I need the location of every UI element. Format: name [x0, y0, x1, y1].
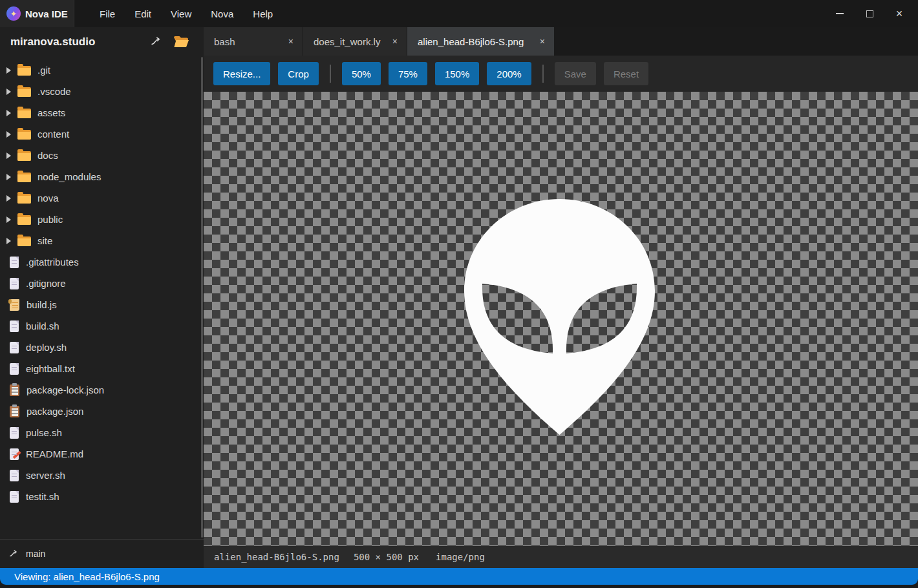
minimize-button[interactable]: [825, 0, 855, 27]
document-icon: [10, 257, 19, 268]
image-status-bar: alien_head-B6jlo6-S.png 500 × 500 px ima…: [204, 546, 918, 568]
zoom-75-button[interactable]: 75%: [389, 62, 427, 85]
tree-file-readme-md[interactable]: README.md: [0, 443, 204, 465]
folder-icon: [17, 66, 31, 76]
chevron-right-icon: [6, 195, 11, 202]
tab-bar: bash × does_it_work.ly × alien_head-B6jl…: [204, 27, 918, 56]
folder-icon: [17, 173, 31, 182]
tree-file-deploy-sh[interactable]: deploy.sh: [0, 337, 204, 358]
toolbar-separator: [542, 65, 544, 83]
chevron-right-icon: [6, 152, 11, 159]
tree-file-eightball-txt[interactable]: eightball.txt: [0, 358, 204, 379]
zoom-150-button[interactable]: 150%: [435, 62, 479, 85]
git-branch-icon: [9, 549, 19, 559]
tree-folder-nova[interactable]: nova: [0, 187, 204, 209]
menubar: File Edit View Nova Help: [90, 0, 283, 27]
resize-button[interactable]: Resize...: [213, 62, 270, 85]
file-tree: .git .vscode assets content docs node_mo…: [0, 57, 204, 539]
folder-icon: [17, 109, 31, 118]
document-icon: [10, 470, 19, 481]
alien-head-image: [464, 199, 655, 435]
document-icon: [10, 320, 19, 332]
clipboard-icon: [10, 406, 19, 417]
reset-button[interactable]: Reset: [604, 62, 648, 85]
zoom-50-button[interactable]: 50%: [342, 62, 381, 85]
tree-folder-vscode[interactable]: .vscode: [0, 81, 204, 102]
project-name: miranova.studio: [10, 36, 95, 48]
menu-nova[interactable]: Nova: [201, 0, 243, 27]
chevron-right-icon: [6, 174, 11, 180]
editor-area: bash × does_it_work.ly × alien_head-B6jl…: [204, 27, 918, 568]
maximize-button[interactable]: [855, 0, 884, 27]
maximize-icon: [866, 10, 873, 17]
tree-folder-public[interactable]: public: [0, 209, 204, 230]
toolbar-separator: [330, 65, 331, 83]
tree-file-build-js[interactable]: build.js: [0, 294, 204, 315]
menu-edit[interactable]: Edit: [125, 0, 161, 27]
tab-bash[interactable]: bash ×: [204, 27, 303, 56]
window-controls: ×: [825, 0, 914, 27]
tab-close-icon[interactable]: ×: [386, 37, 398, 46]
status-mimetype: image/png: [436, 552, 485, 562]
folder-icon: [17, 87, 31, 97]
tree-file-testit-sh[interactable]: testit.sh: [0, 486, 204, 507]
tab-close-icon[interactable]: ×: [533, 37, 545, 46]
tree-file-gitignore[interactable]: .gitignore: [0, 273, 204, 294]
app-name: Nova IDE: [25, 8, 68, 19]
menu-file[interactable]: File: [90, 0, 125, 27]
tab-close-icon[interactable]: ×: [282, 37, 294, 46]
document-icon: [10, 491, 19, 503]
clipboard-icon: [10, 384, 19, 396]
sidebar-header: miranova.studio: [0, 27, 204, 57]
sidebar-scrollbar[interactable]: [201, 57, 203, 538]
file-explorer-sidebar: miranova.studio .git .vscode assets cont…: [0, 27, 204, 568]
branch-name: main: [26, 549, 45, 559]
tree-file-package-json[interactable]: package.json: [0, 401, 204, 422]
close-button[interactable]: ×: [884, 0, 914, 27]
menu-help[interactable]: Help: [243, 0, 283, 27]
nova-logo-icon: ✦: [6, 6, 21, 21]
tree-file-build-sh[interactable]: build.sh: [0, 315, 204, 337]
branch-indicator[interactable]: main: [0, 539, 204, 568]
folder-icon: [17, 236, 31, 246]
folder-icon: [17, 194, 31, 204]
chevron-right-icon: [6, 238, 11, 244]
close-icon: ×: [896, 8, 903, 19]
viewing-bar-wrap: Viewing: alien_head-B6jlo6-S.png: [0, 568, 918, 588]
tree-folder-docs[interactable]: docs: [0, 145, 204, 166]
tree-file-gitattributes[interactable]: .gitattributes: [0, 251, 204, 273]
zoom-200-button[interactable]: 200%: [487, 62, 531, 85]
chevron-right-icon: [6, 67, 11, 74]
chevron-right-icon: [6, 131, 11, 138]
tree-file-package-lock-json[interactable]: package-lock.json: [0, 379, 204, 401]
chevron-right-icon: [6, 89, 11, 95]
tree-folder-content[interactable]: content: [0, 123, 204, 145]
document-icon: [10, 363, 19, 375]
save-button[interactable]: Save: [555, 62, 596, 85]
app-logo-block: ✦ Nova IDE: [0, 0, 74, 27]
scroll-icon: [10, 299, 19, 311]
tree-file-server-sh[interactable]: server.sh: [0, 465, 204, 486]
folder-icon: [17, 130, 31, 140]
chevron-right-icon: [6, 110, 11, 116]
image-canvas: [204, 92, 918, 546]
tree-folder-git[interactable]: .git: [0, 59, 204, 81]
tab-does-it-work[interactable]: does_it_work.ly ×: [303, 27, 407, 56]
minimize-icon: [836, 13, 844, 14]
memo-icon: [10, 448, 19, 460]
image-toolbar: Resize... Crop 50% 75% 150% 200% Save Re…: [204, 56, 918, 92]
tree-folder-node-modules[interactable]: node_modules: [0, 166, 204, 187]
menu-view[interactable]: View: [161, 0, 201, 27]
chevron-right-icon: [6, 216, 11, 223]
git-branch-icon[interactable]: [151, 36, 162, 48]
document-icon: [10, 427, 19, 439]
crop-button[interactable]: Crop: [278, 62, 319, 85]
tree-file-pulse-sh[interactable]: pulse.sh: [0, 422, 204, 443]
tree-folder-assets[interactable]: assets: [0, 102, 204, 123]
tab-alien-head-png[interactable]: alien_head-B6jlo6-S.png ×: [407, 27, 554, 56]
document-icon: [10, 342, 19, 353]
viewing-status-bar: Viewing: alien_head-B6jlo6-S.png: [0, 568, 918, 585]
tree-folder-site[interactable]: site: [0, 230, 204, 251]
open-folder-icon[interactable]: [173, 35, 189, 50]
status-dimensions: 500 × 500 px: [354, 552, 419, 562]
